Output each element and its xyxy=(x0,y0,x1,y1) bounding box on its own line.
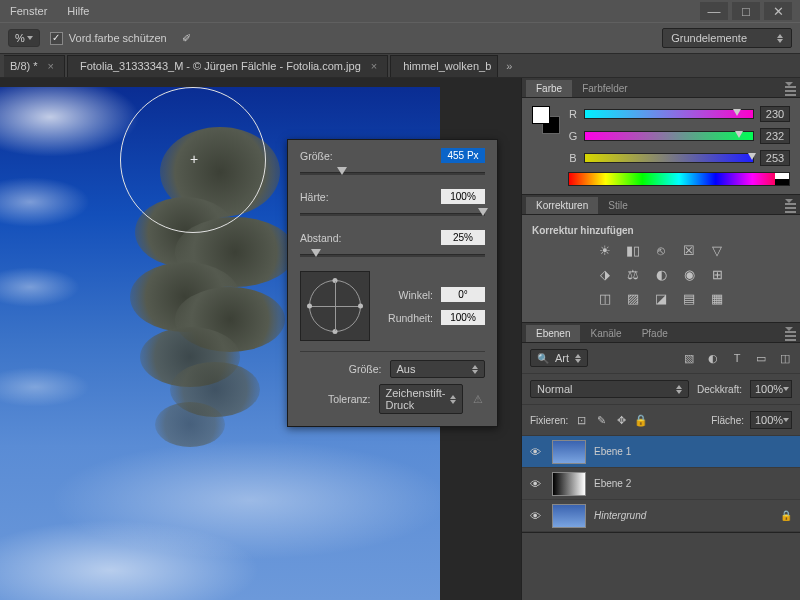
tab-korrekturen[interactable]: Korrekturen xyxy=(526,197,598,214)
exposure-icon[interactable]: ☒ xyxy=(680,242,698,258)
tab-pfade[interactable]: Pfade xyxy=(632,325,678,342)
hue-icon[interactable]: ⬗ xyxy=(596,266,614,282)
close-icon[interactable]: × xyxy=(371,60,377,72)
tab-farbfelder[interactable]: Farbfelder xyxy=(572,80,638,97)
levels-icon[interactable]: ▮▯ xyxy=(624,242,642,258)
brush-settings-popup: Größe: 455 Px Härte: 100% Abstand: 25% W… xyxy=(287,139,498,427)
angle-control[interactable] xyxy=(300,271,370,341)
g-value[interactable]: 232 xyxy=(760,128,790,144)
layer-name[interactable]: Ebene 1 xyxy=(594,446,792,457)
spacing-slider[interactable] xyxy=(300,249,485,261)
protect-foreground-checkbox[interactable]: ✓ Vord.farbe schützen xyxy=(50,32,167,45)
lock-icon: 🔒 xyxy=(780,510,792,521)
document-tab[interactable]: Fotolia_31333343_M - © Jürgen Fälchle - … xyxy=(67,55,388,77)
fill-input[interactable]: 100% xyxy=(750,411,792,429)
b-slider[interactable] xyxy=(584,153,754,163)
lock-paint-icon[interactable]: ✎ xyxy=(594,413,608,427)
panel-menu-icon[interactable] xyxy=(785,199,796,215)
filter-shape-icon[interactable]: ▭ xyxy=(754,351,768,365)
lock-label: Fixieren: xyxy=(530,415,568,426)
fill-label: Fläche: xyxy=(711,415,744,426)
angle-value[interactable]: 0° xyxy=(441,287,485,302)
layer-row[interactable]: 👁 Ebene 2 xyxy=(522,468,800,500)
menu-item[interactable]: Hilfe xyxy=(67,5,89,17)
visibility-icon[interactable]: 👁 xyxy=(530,510,544,522)
curves-icon[interactable]: ⎋ xyxy=(652,242,670,258)
tab-kanaele[interactable]: Kanäle xyxy=(580,325,631,342)
hardness-value[interactable]: 100% xyxy=(441,189,485,204)
filter-smart-icon[interactable]: ◫ xyxy=(778,351,792,365)
angle-label: Winkel: xyxy=(384,289,441,301)
photo-filter-icon[interactable]: ◉ xyxy=(680,266,698,282)
gradient-icon[interactable]: ▤ xyxy=(680,290,698,306)
brightness-icon[interactable]: ☀ xyxy=(596,242,614,258)
corrections-header: Korrektur hinzufügen xyxy=(532,223,790,242)
bw-icon[interactable]: ◐ xyxy=(652,266,670,282)
close-icon[interactable]: × xyxy=(48,60,54,72)
filter-adjust-icon[interactable]: ◐ xyxy=(706,351,720,365)
b-value[interactable]: 253 xyxy=(760,150,790,166)
panel-menu-icon[interactable] xyxy=(785,82,796,98)
tolerance-select[interactable]: Zeichenstift-Druck xyxy=(379,384,464,414)
spacing-value[interactable]: 25% xyxy=(441,230,485,245)
lock-trans-icon[interactable]: ⊡ xyxy=(574,413,588,427)
layer-name[interactable]: Ebene 2 xyxy=(594,478,792,489)
airbrush-icon[interactable]: ✐ xyxy=(177,28,197,48)
layer-name[interactable]: Hintergrund xyxy=(594,510,772,521)
close-button[interactable]: ✕ xyxy=(764,2,792,20)
layer-filter-select[interactable]: 🔍 Art xyxy=(530,349,588,367)
poster-icon[interactable]: ▨ xyxy=(624,290,642,306)
workspace-dropdown[interactable]: Grundelemente xyxy=(662,28,792,48)
layer-thumbnail[interactable] xyxy=(552,504,586,528)
b-label: B xyxy=(568,152,578,164)
visibility-icon[interactable]: 👁 xyxy=(530,446,544,458)
roundness-value[interactable]: 100% xyxy=(441,310,485,325)
maximize-button[interactable]: □ xyxy=(732,2,760,20)
minimize-button[interactable]: — xyxy=(700,2,728,20)
document-tab[interactable]: himmel_wolken_b xyxy=(390,55,498,77)
filter-type-icon[interactable]: T xyxy=(730,351,744,365)
chevron-down-icon xyxy=(27,36,33,40)
opacity-label: Deckkraft: xyxy=(697,384,742,395)
balance-icon[interactable]: ⚖ xyxy=(624,266,642,282)
layer-row[interactable]: 👁 Hintergrund 🔒 xyxy=(522,500,800,532)
layer-thumbnail[interactable] xyxy=(552,440,586,464)
brush-cursor-cross: + xyxy=(190,151,198,167)
color-spectrum[interactable] xyxy=(568,172,790,186)
size-dyn-label: Größe: xyxy=(300,363,382,375)
roundness-label: Rundheit: xyxy=(384,312,441,324)
filter-pixel-icon[interactable]: ▧ xyxy=(682,351,696,365)
spacing-label: Abstand: xyxy=(300,232,441,244)
size-value[interactable]: 455 Px xyxy=(441,148,485,163)
tolerance-label: Toleranz: xyxy=(300,393,371,405)
warning-icon: ⚠ xyxy=(471,392,485,406)
tab-stile[interactable]: Stile xyxy=(598,197,637,214)
layer-thumbnail[interactable] xyxy=(552,472,586,496)
r-slider[interactable] xyxy=(584,109,754,119)
size-label: Größe: xyxy=(300,150,441,162)
selective-icon[interactable]: ▦ xyxy=(708,290,726,306)
invert-icon[interactable]: ◫ xyxy=(596,290,614,306)
tab-ebenen[interactable]: Ebenen xyxy=(526,325,580,342)
lock-all-icon[interactable]: 🔒 xyxy=(634,413,648,427)
size-slider[interactable] xyxy=(300,167,485,179)
menu-item[interactable]: Fenster xyxy=(10,5,47,17)
visibility-icon[interactable]: 👁 xyxy=(530,478,544,490)
document-tab[interactable]: B/8) *× xyxy=(4,55,65,77)
tab-farbe[interactable]: Farbe xyxy=(526,80,572,97)
threshold-icon[interactable]: ◪ xyxy=(652,290,670,306)
overflow-tabs-button[interactable]: » xyxy=(506,60,512,72)
opacity-input[interactable]: 100% xyxy=(750,380,792,398)
r-value[interactable]: 230 xyxy=(760,106,790,122)
blend-mode-select[interactable]: Normal xyxy=(530,380,689,398)
opacity-field[interactable]: % xyxy=(8,29,40,47)
size-dynamics-select[interactable]: Aus xyxy=(390,360,486,378)
g-slider[interactable] xyxy=(584,131,754,141)
panel-menu-icon[interactable] xyxy=(785,327,796,343)
mixer-icon[interactable]: ⊞ xyxy=(708,266,726,282)
hardness-slider[interactable] xyxy=(300,208,485,220)
vibrance-icon[interactable]: ▽ xyxy=(708,242,726,258)
fg-bg-swatches[interactable] xyxy=(532,106,558,132)
layer-row[interactable]: 👁 Ebene 1 xyxy=(522,436,800,468)
lock-move-icon[interactable]: ✥ xyxy=(614,413,628,427)
